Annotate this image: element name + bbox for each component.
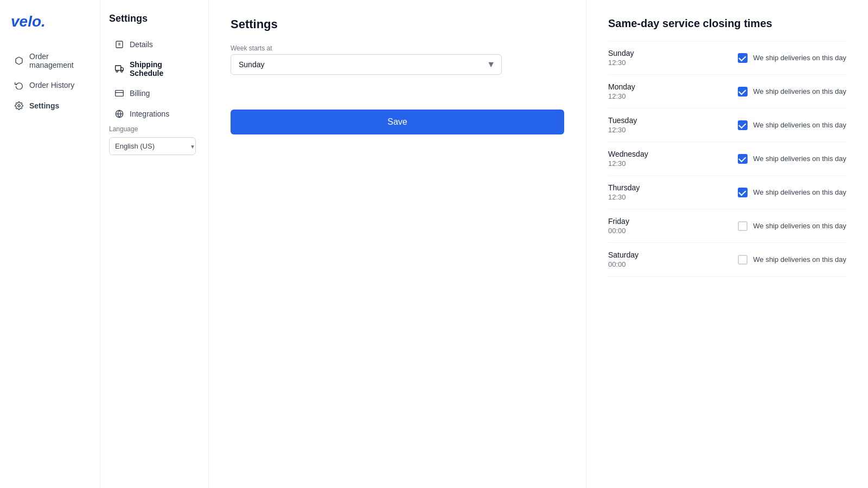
day-time-monday: 12:30	[608, 92, 738, 100]
sub-nav-integrations[interactable]: Integrations	[109, 105, 200, 123]
integrations-icon	[114, 109, 124, 119]
day-row-tuesday: Tuesday 12:30 We ship deliveries on this…	[608, 108, 846, 142]
day-checkbox-label-saturday[interactable]: We ship deliveries on this day	[738, 255, 846, 265]
day-delivery-label-saturday: We ship deliveries on this day	[753, 255, 846, 264]
billing-icon	[114, 88, 124, 98]
sub-nav-label: Billing	[130, 89, 150, 98]
day-delivery-label-wednesday: We ship deliveries on this day	[753, 155, 846, 163]
checkbox-sunday[interactable]	[738, 53, 748, 63]
svg-point-5	[116, 70, 118, 72]
history-icon	[14, 80, 24, 90]
svg-rect-7	[116, 91, 124, 97]
checkbox-tuesday[interactable]	[738, 120, 748, 130]
center-panel: Settings Week starts at Sunday Monday Tu…	[209, 0, 586, 488]
day-name-wednesday: Wednesday	[608, 150, 738, 158]
day-name-sunday: Sunday	[608, 49, 738, 57]
day-name-thursday: Thursday	[608, 183, 738, 192]
day-delivery-label-monday: We ship deliveries on this day	[753, 87, 846, 95]
day-info-tuesday: Tuesday 12:30	[608, 116, 738, 134]
sub-sidebar-title: Settings	[109, 13, 200, 24]
sidebar: velo. Order management Order History	[0, 0, 100, 488]
svg-point-0	[18, 105, 20, 107]
week-starts-form-group: Week starts at Sunday Monday Tuesday Wed…	[231, 44, 564, 75]
language-select[interactable]: English (US) Spanish French German	[109, 137, 196, 155]
sub-nav-label: Details	[130, 40, 153, 49]
day-name-monday: Monday	[608, 82, 738, 91]
sub-nav-billing[interactable]: Billing	[109, 84, 200, 102]
page-title: Settings	[231, 17, 564, 31]
day-delivery-label-thursday: We ship deliveries on this day	[753, 188, 846, 196]
save-button[interactable]: Save	[231, 110, 564, 134]
content-area: Settings Week starts at Sunday Monday Tu…	[209, 0, 868, 488]
day-row-sunday: Sunday 12:30 We ship deliveries on this …	[608, 41, 846, 75]
day-row-thursday: Thursday 12:30 We ship deliveries on thi…	[608, 176, 846, 209]
day-time-sunday: 12:30	[608, 59, 738, 67]
day-name-tuesday: Tuesday	[608, 116, 738, 125]
sidebar-item-order-management[interactable]: Order management	[9, 48, 91, 74]
day-info-sunday: Sunday 12:30	[608, 49, 738, 67]
day-info-friday: Friday 00:00	[608, 217, 738, 235]
week-starts-label: Week starts at	[231, 44, 564, 52]
checkbox-wednesday[interactable]	[738, 154, 748, 164]
sidebar-item-order-history[interactable]: Order History	[9, 76, 91, 94]
main-nav: Order management Order History Settings	[9, 48, 91, 117]
sub-nav-label: Shipping Schedule	[130, 60, 194, 78]
sub-nav-details[interactable]: Details	[109, 35, 200, 54]
day-checkbox-label-friday[interactable]: We ship deliveries on this day	[738, 221, 846, 231]
day-name-friday: Friday	[608, 217, 738, 226]
day-row-wednesday: Wednesday 12:30 We ship deliveries on th…	[608, 142, 846, 176]
day-time-wednesday: 12:30	[608, 159, 738, 168]
sidebar-item-settings[interactable]: Settings	[9, 97, 91, 115]
details-icon	[114, 40, 124, 49]
day-checkbox-label-wednesday[interactable]: We ship deliveries on this day	[738, 154, 846, 164]
day-row-saturday: Saturday 00:00 We ship deliveries on thi…	[608, 243, 846, 277]
day-time-thursday: 12:30	[608, 193, 738, 201]
sub-nav-shipping-schedule[interactable]: Shipping Schedule	[109, 56, 200, 82]
day-delivery-label-tuesday: We ship deliveries on this day	[753, 121, 846, 129]
language-label: Language	[109, 125, 200, 133]
day-info-wednesday: Wednesday 12:30	[608, 150, 738, 168]
app-logo: velo.	[9, 13, 91, 30]
right-panel: Same-day service closing times Sunday 12…	[586, 0, 868, 488]
days-container: Sunday 12:30 We ship deliveries on this …	[608, 41, 846, 277]
week-starts-select[interactable]: Sunday Monday Tuesday Wednesday Thursday…	[231, 54, 502, 75]
sub-sidebar: Settings Details Shipping Schedule	[100, 0, 209, 488]
day-row-friday: Friday 00:00 We ship deliveries on this …	[608, 209, 846, 243]
checkbox-monday[interactable]	[738, 87, 748, 97]
sidebar-item-label: Order History	[29, 81, 74, 89]
day-checkbox-label-thursday[interactable]: We ship deliveries on this day	[738, 188, 846, 197]
day-row-monday: Monday 12:30 We ship deliveries on this …	[608, 75, 846, 108]
save-button-container: Save	[231, 110, 564, 134]
svg-rect-4	[116, 66, 121, 70]
checkbox-thursday[interactable]	[738, 188, 748, 197]
day-info-thursday: Thursday 12:30	[608, 183, 738, 201]
checkbox-friday[interactable]	[738, 221, 748, 231]
box-icon	[14, 56, 24, 66]
day-time-friday: 00:00	[608, 227, 738, 235]
gear-icon	[14, 101, 24, 111]
day-name-saturday: Saturday	[608, 251, 738, 259]
day-checkbox-label-sunday[interactable]: We ship deliveries on this day	[738, 53, 846, 63]
panel-title: Same-day service closing times	[608, 17, 846, 30]
day-time-tuesday: 12:30	[608, 126, 738, 134]
day-time-saturday: 00:00	[608, 260, 738, 268]
day-checkbox-label-tuesday[interactable]: We ship deliveries on this day	[738, 120, 846, 130]
day-delivery-label-sunday: We ship deliveries on this day	[753, 54, 846, 62]
sidebar-item-label: Order management	[29, 52, 86, 69]
language-selector-wrapper: English (US) Spanish French German ▼	[109, 137, 200, 155]
day-info-monday: Monday 12:30	[608, 82, 738, 100]
truck-icon	[114, 64, 124, 74]
checkbox-saturday[interactable]	[738, 255, 748, 265]
sidebar-bottom: Language English (US) Spanish French Ger…	[109, 125, 200, 164]
day-info-saturday: Saturday 00:00	[608, 251, 738, 268]
day-delivery-label-friday: We ship deliveries on this day	[753, 222, 846, 230]
sidebar-item-label: Settings	[29, 101, 59, 110]
week-starts-select-wrapper: Sunday Monday Tuesday Wednesday Thursday…	[231, 54, 502, 75]
sub-nav-label: Integrations	[130, 110, 169, 118]
svg-point-6	[121, 70, 123, 72]
day-checkbox-label-monday[interactable]: We ship deliveries on this day	[738, 87, 846, 97]
